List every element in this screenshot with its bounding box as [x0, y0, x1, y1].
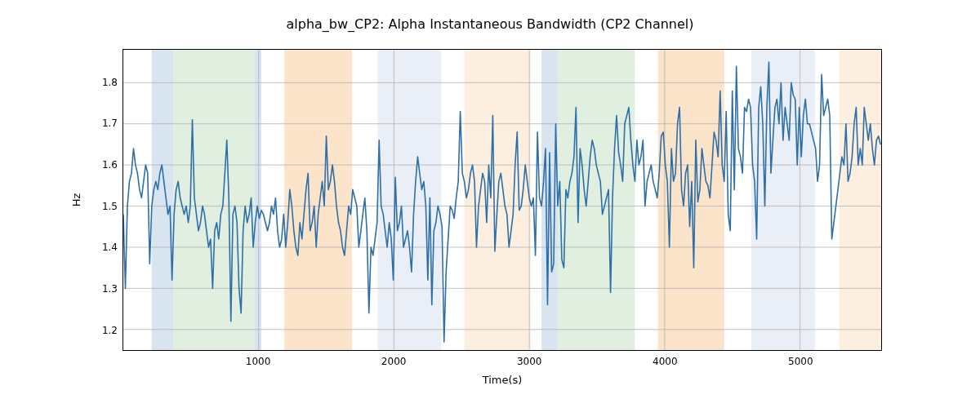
y-tick-label: 1.3 [102, 283, 118, 295]
x-axis-label: Time(s) [122, 374, 882, 386]
y-tick-label: 1.6 [102, 159, 118, 171]
plot-svg [123, 50, 881, 350]
plot-area [122, 49, 882, 351]
x-tick-label: 1000 [246, 356, 271, 367]
span-region [840, 50, 881, 350]
y-axis-label: Hz [70, 49, 82, 351]
span-region [558, 50, 635, 350]
span-region [173, 50, 254, 350]
figure: alpha_bw_CP2: Alpha Instantaneous Bandwi… [0, 0, 980, 408]
y-tick-label: 1.2 [102, 325, 118, 336]
x-tick-label: 2000 [381, 356, 407, 367]
span-region [255, 50, 261, 350]
y-tick-label: 1.8 [102, 77, 118, 88]
x-tick-label: 4000 [653, 356, 678, 367]
span-region [152, 50, 174, 350]
x-tick-label: 3000 [517, 356, 542, 367]
chart-title: alpha_bw_CP2: Alpha Instantaneous Bandwi… [0, 16, 980, 32]
y-tick-label: 1.4 [102, 242, 118, 253]
y-tick-label: 1.7 [102, 118, 118, 129]
span-region [541, 50, 558, 350]
x-tick-label: 5000 [788, 356, 813, 367]
y-tick-label: 1.5 [102, 201, 118, 212]
span-region [284, 50, 352, 350]
